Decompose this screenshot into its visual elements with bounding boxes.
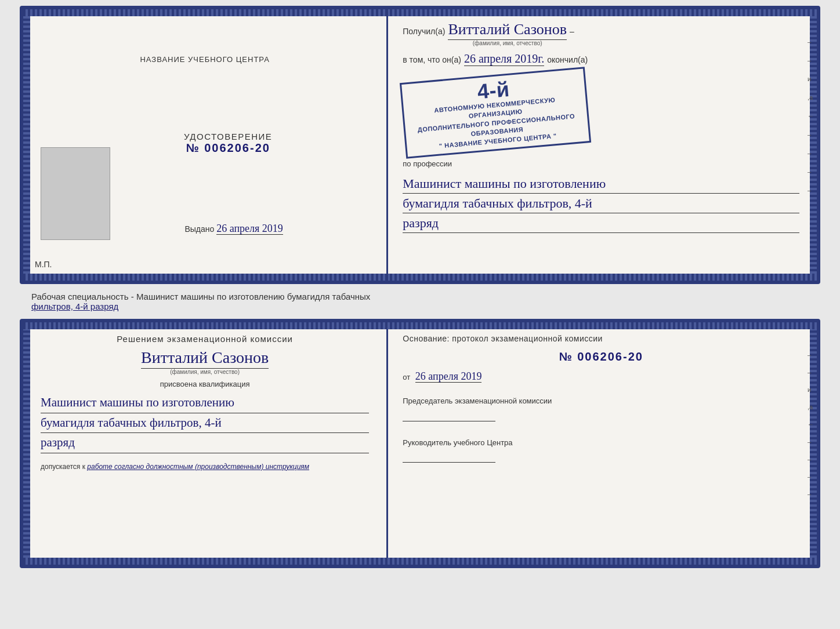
ot-line: от 26 апреля 2019 — [403, 370, 799, 383]
specialty-text-section: Рабочая специальность - Машинист машины … — [20, 289, 820, 314]
prisvoena-line: присвоена квалификация — [41, 380, 369, 388]
bottom-diploma: Решением экзаменационной комиссии Виттал… — [20, 319, 820, 568]
profession-block: Машинист машины по изготовлению бумагидл… — [403, 174, 799, 233]
udostoverenie-title: УДОСТОВЕРЕНИЕ — [184, 132, 272, 141]
mp-label: М.П. — [35, 260, 52, 269]
side-marks: – – и ,а ← – – – – — [808, 38, 814, 194]
bottom-profession-block: Машинист машины по изготовлению бумагидл… — [41, 393, 369, 453]
dopuskaetsya-line: допускается к работе согласно должностны… — [41, 463, 369, 471]
photo-placeholder — [41, 147, 110, 240]
bottom-profession-line1: Машинист машины по изготовлению — [41, 393, 369, 413]
bottom-profession-line3: разряд — [41, 433, 369, 453]
specialty-line1: Рабочая специальность - Машинист машины … — [31, 292, 809, 301]
predsedatel-section: Председатель экзаменационной комиссии — [403, 395, 799, 421]
bottom-fio-label: (фамилия, имя, отчество) — [170, 369, 240, 375]
vtom-line: в том, что он(а) 26 апреля 2019г. окончи… — [403, 52, 799, 66]
diploma-right-panel: Получил(а) Витталий Сазонов (фамилия, им… — [388, 9, 817, 281]
ot-prefix: от — [403, 373, 410, 381]
fio-label: (фамилия, имя, отчество) — [473, 40, 542, 46]
vtom-label: в том, что он(а) — [403, 55, 461, 64]
komissia-title: Решением экзаменационной комиссии — [41, 334, 369, 344]
po-professii: по профессии — [403, 159, 799, 168]
protocol-number: № 006206-20 — [403, 350, 799, 363]
bottom-side-marks: – – и ,а ← – – – – — [808, 351, 814, 497]
recipient-name: Витталий Сазонов — [448, 21, 567, 40]
specialty-line2: фильтров, 4-й разряд — [31, 301, 809, 311]
rukovoditel-section: Руководитель учебного Центра — [403, 428, 799, 463]
dopusk-value: работе согласно должностным (производств… — [87, 463, 309, 471]
diploma-left-panel: НАЗВАНИЕ УЧЕБНОГО ЦЕНТРА УДОСТОВЕРЕНИЕ №… — [23, 9, 388, 281]
dopuskaetsya-label: допускается к — [41, 463, 85, 471]
udostoverenie-number: № 006206-20 — [184, 141, 272, 155]
rukovoditel-signature-line — [403, 451, 495, 463]
stamp-box: 4-й АВТОНОМНУЮ НЕКОММЕРЧЕСКУЮ ОРГАНИЗАЦИ… — [400, 67, 591, 158]
poluchil-line: Получил(а) Витталий Сазонов (фамилия, им… — [403, 21, 799, 46]
bottom-border-left — [23, 322, 30, 565]
bottom-border-top — [23, 322, 817, 329]
udostoverenie-section: УДОСТОВЕРЕНИЕ № 006206-20 — [184, 132, 272, 155]
vydano-line: Выдано 26 апреля 2019 — [184, 223, 283, 235]
bottom-right-panel: Основание: протокол экзаменационной коми… — [388, 322, 817, 565]
bottom-profession-line2: бумагидля табачных фильтров, 4-й — [41, 413, 369, 434]
org-name-label: НАЗВАНИЕ УЧЕБНОГО ЦЕНТРА — [140, 55, 269, 64]
bottom-left-panel: Решением экзаменационной комиссии Виттал… — [23, 322, 388, 565]
predsedatel-signature-line — [403, 410, 495, 421]
predsedatel-title: Председатель экзаменационной комиссии — [403, 395, 799, 407]
okonchil-label: окончил(а) — [547, 55, 588, 64]
poluchil-label: Получил(а) — [403, 27, 445, 36]
bottom-border-bottom — [23, 558, 817, 565]
profession-line3: разряд — [403, 213, 799, 233]
ot-date: 26 апреля 2019 — [415, 370, 482, 383]
bottom-recipient-section: Витталий Сазонов (фамилия, имя, отчество… — [41, 348, 369, 375]
vydano-label: Выдано — [184, 224, 214, 234]
dash-separator: – — [570, 27, 574, 36]
rukovoditel-title: Руководитель учебного Центра — [403, 437, 799, 449]
osnovanie-title: Основание: протокол экзаменационной коми… — [403, 334, 799, 343]
bottom-recipient-name: Витталий Сазонов — [141, 348, 269, 369]
profession-line1: Машинист машины по изготовлению — [403, 174, 799, 194]
vydano-date: 26 апреля 2019 — [216, 223, 283, 235]
profession-line2: бумагидля табачных фильтров, 4-й — [403, 194, 799, 213]
vtom-date: 26 апреля 2019г. — [464, 52, 544, 66]
top-diploma: НАЗВАНИЕ УЧЕБНОГО ЦЕНТРА УДОСТОВЕРЕНИЕ №… — [20, 6, 820, 284]
